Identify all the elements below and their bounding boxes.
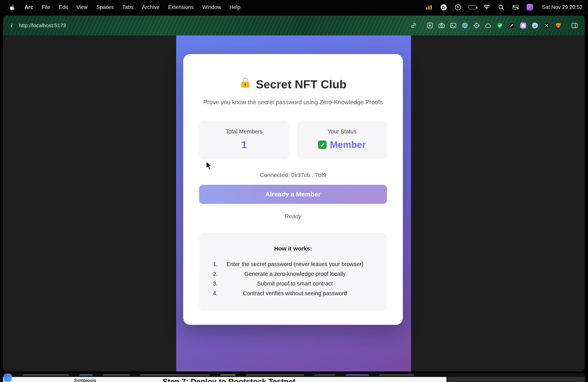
obscured-text <box>314 374 336 376</box>
page-content: Secret NFT Club Prove you know the secre… <box>3 35 585 371</box>
background-app-icon[interactable] <box>4 374 12 382</box>
your-status-value: Member <box>297 139 387 150</box>
secret-nft-club-card: Secret NFT Club Prove you know the secre… <box>183 54 403 325</box>
play-icon[interactable] <box>454 4 462 11</box>
menu-item-arc[interactable]: Arc <box>20 4 38 10</box>
background-window: Symbiosis Step 7: Deploy to Rootstock Te… <box>3 377 446 382</box>
phantom-ghost-icon[interactable] <box>519 21 527 30</box>
connected-address: Connected: 0x37cb...7bf9 <box>199 171 387 179</box>
total-members-card: Total Members 1 <box>199 121 289 159</box>
menu-item-spaces[interactable]: Spaces <box>92 4 118 10</box>
menu-item-file[interactable]: File <box>38 4 55 10</box>
status-text: Ready <box>199 212 387 220</box>
profile-app-icon[interactable] <box>526 4 534 11</box>
how-step-2: 2. Generate a zero-knowledge proof local… <box>207 269 379 278</box>
menu-item-edit[interactable]: Edit <box>55 4 72 10</box>
cloud-icon[interactable] <box>484 21 492 30</box>
step-text: Enter the secret password (never leaves … <box>222 261 379 267</box>
obscured-text <box>379 374 414 376</box>
shield-icon[interactable] <box>495 21 504 30</box>
obscured-text <box>22 374 69 376</box>
split-view-icon[interactable] <box>570 21 579 30</box>
obscured-text <box>246 374 304 376</box>
terminal-icon[interactable] <box>449 21 457 30</box>
menu-item-window[interactable]: Window <box>198 4 225 10</box>
how-step-1: 1. Enter the secret password (never leav… <box>207 259 379 269</box>
apple-menu-icon[interactable] <box>5 4 20 10</box>
metamask-fox-icon[interactable] <box>554 21 562 30</box>
page-title: Secret NFT Club <box>199 77 387 92</box>
background-window-heading: Step 7: Deploy to Rootstock Testnet <box>163 377 295 382</box>
step-text: Contract verifies without seeing passwor… <box>222 290 379 296</box>
step-text: Generate a zero-knowledge proof locally <box>222 271 379 277</box>
menu-item-view[interactable]: View <box>72 4 92 10</box>
menu-bar: Arc File Edit View Spaces Tabs Archive E… <box>0 0 588 14</box>
check-icon <box>318 140 327 149</box>
step-number: 2. <box>207 271 222 277</box>
menu-item-extensions[interactable]: Extensions <box>164 4 198 10</box>
globe-icon[interactable] <box>461 21 469 30</box>
page-subtitle: Prove you know the secret password using… <box>199 98 387 106</box>
step-number: 4. <box>207 290 222 296</box>
obscured-text <box>220 374 236 376</box>
step-text: Submit proof to smart contract <box>222 280 379 287</box>
stats-row: Total Members 1 Your Status Member <box>199 121 387 159</box>
background-window-panel <box>447 377 585 382</box>
control-center-icon[interactable] <box>512 4 519 11</box>
how-step-3: 3. Submit proof to smart contract <box>207 278 379 288</box>
app-background: Secret NFT Club Prove you know the secre… <box>176 35 411 371</box>
step-number: 3. <box>207 280 222 287</box>
pen-icon[interactable] <box>507 21 516 30</box>
picker-crosshair-icon[interactable] <box>472 21 481 30</box>
url-text[interactable]: http://localhost:5173 <box>19 22 66 28</box>
battery-icon[interactable] <box>468 4 476 11</box>
menu-bar-clock[interactable]: Sat Nov 29 20:52 <box>542 4 583 10</box>
save-page-icon[interactable] <box>425 21 434 30</box>
wifi-icon[interactable] <box>483 4 491 11</box>
browser-window: i http://localhost:5173 <box>3 16 585 371</box>
page-info-icon[interactable]: i <box>9 22 14 29</box>
camera-icon[interactable] <box>437 21 446 30</box>
blue-app-icon[interactable] <box>530 21 539 30</box>
obscured-text <box>346 374 369 376</box>
browser-top-bar: i http://localhost:5173 <box>3 16 585 35</box>
step-number: 1. <box>207 261 222 267</box>
screen: Arc File Edit View Spaces Tabs Archive E… <box>0 0 588 382</box>
total-members-value: 1 <box>199 139 289 150</box>
menu-item-archive[interactable]: Archive <box>138 4 164 10</box>
search-icon[interactable] <box>497 4 505 11</box>
your-status-card: Your Status Member <box>297 121 387 159</box>
how-it-works-box: How it works: 1. Enter the secret passwo… <box>199 233 387 311</box>
total-members-label: Total Members <box>199 128 289 135</box>
grammarly-icon[interactable]: G <box>440 4 447 11</box>
menu-item-tabs[interactable]: Tabs <box>118 4 138 10</box>
member-text: Member <box>330 139 366 150</box>
how-it-works-heading: How it works: <box>207 245 379 252</box>
mouse-cursor <box>206 161 212 172</box>
obscured-text <box>140 374 210 376</box>
extension-toolbar <box>409 21 579 30</box>
page-title-text: Secret NFT Club <box>256 77 347 91</box>
obscured-text <box>79 374 93 376</box>
background-window-titlebar <box>3 373 585 377</box>
stocks-icon[interactable] <box>425 4 433 11</box>
your-status-label: Your Status <box>297 128 387 135</box>
already-a-member-button[interactable]: Already a Member <box>199 185 387 204</box>
background-window-label: Symbiosis <box>74 378 96 382</box>
obscured-text <box>103 374 130 376</box>
how-step-4: 4. Contract verifies without seeing pass… <box>207 288 379 298</box>
menu-item-help[interactable]: Help <box>225 4 245 10</box>
close-x-icon[interactable] <box>542 21 551 30</box>
link-icon[interactable] <box>409 21 418 30</box>
lock-icon <box>240 77 251 92</box>
url-bar[interactable]: i http://localhost:5173 <box>9 22 66 29</box>
